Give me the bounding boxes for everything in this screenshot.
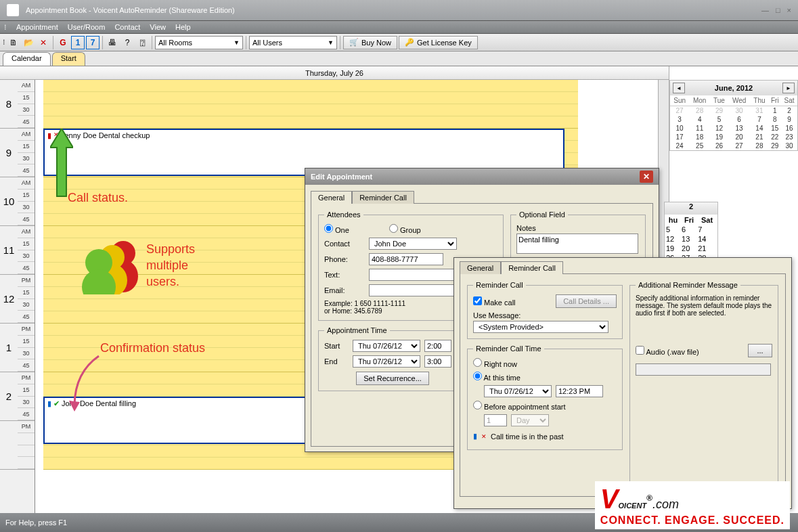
prev-month-button[interactable]: ◄: [673, 83, 685, 93]
window-titlebar: Appointment Book - Voicent AutoReminder …: [0, 0, 798, 20]
main-tabs: Calendar Start: [0, 51, 798, 66]
time-column: 8AM153045 9AM153045 10AM153045 11AM15304…: [0, 80, 35, 513]
help-icon[interactable]: ?: [120, 36, 134, 49]
rc-atthis-radio[interactable]: [473, 372, 482, 380]
end-date-select[interactable]: Thu 07/26/12: [353, 355, 420, 368]
rc-date-select[interactable]: Thu 07/26/12: [484, 385, 552, 397]
check-icon: ✔: [53, 399, 60, 408]
additional-msg-text: Specify additional information in remind…: [636, 294, 772, 317]
cart-icon: 🛒: [349, 38, 359, 47]
email-input[interactable]: [369, 284, 457, 296]
minimize-button[interactable]: —: [761, 6, 769, 14]
rc-before-unit: Day: [511, 414, 549, 426]
print-icon[interactable]: 🖶: [106, 36, 119, 49]
green-arrow-icon: [50, 129, 73, 203]
person-icon: ▮: [473, 432, 477, 441]
attendee-group-radio[interactable]: [389, 224, 398, 233]
make-call-checkbox[interactable]: [473, 296, 482, 305]
menu-user-room[interactable]: User/Room: [68, 23, 106, 31]
rc-before-num: [484, 414, 507, 426]
attendee-one-radio[interactable]: [324, 224, 333, 233]
mini-calendar-june[interactable]: ◄ June, 2012 ► SunMonTueWedThuFriSat 272…: [669, 80, 798, 151]
app-icon: [7, 4, 19, 16]
mini-calendar-july-partial[interactable]: 2 huFriSat 567 121314 192021 262728: [664, 202, 718, 264]
annotation-multiuser-3: users.: [146, 275, 179, 289]
users-dropdown[interactable]: All Users▼: [249, 36, 337, 49]
menu-help[interactable]: Help: [175, 23, 191, 31]
menubar: ⁝ Appointment User/Room Contact View Hel…: [0, 20, 798, 34]
close-button[interactable]: ×: [787, 6, 791, 14]
tab-general-2[interactable]: General: [460, 261, 501, 274]
get-license-button[interactable]: 🔑Get License Key: [399, 36, 478, 49]
reminder-call-panel: General Reminder Call Reminder Call Make…: [453, 257, 792, 509]
next-month-button[interactable]: ►: [782, 83, 795, 93]
contact-select[interactable]: John Doe: [369, 238, 457, 250]
person-icon: ▮: [47, 399, 51, 408]
end-time-input[interactable]: [424, 355, 451, 368]
set-recurrence-button[interactable]: Set Recurrence...: [356, 372, 429, 385]
svg-marker-7: [69, 401, 80, 412]
status-text: For Help, press F1: [5, 518, 67, 527]
rc-now-radio[interactable]: [473, 358, 482, 367]
tab-start[interactable]: Start: [52, 52, 85, 66]
mini-cal-title: June, 2012: [715, 84, 753, 92]
warning-text: Call time is in the past: [491, 433, 564, 441]
whatsthis-icon[interactable]: ⍰: [135, 36, 149, 49]
dialog-close-button[interactable]: ✕: [640, 171, 653, 183]
menu-view[interactable]: View: [150, 23, 166, 31]
audio-path-input: [636, 363, 771, 376]
phone-input[interactable]: [369, 253, 443, 265]
annotation-multiuser-2: multiple: [146, 259, 188, 273]
annotation-call-status: Call status.: [68, 191, 128, 205]
appointment-text: Jenny Doe Dental checkup: [61, 131, 150, 139]
new-icon[interactable]: 🗎: [7, 36, 20, 49]
message-select[interactable]: <System Provided>: [473, 321, 608, 333]
week-view-icon[interactable]: 7: [86, 36, 99, 49]
voicent-logo: VOICENT®.com CONNECT. ENGAGE. SUCCEED.: [595, 481, 790, 529]
people-icon: [80, 237, 141, 294]
delete-icon[interactable]: ✕: [37, 36, 50, 49]
call-details-button[interactable]: Call Details ...: [556, 294, 617, 308]
audio-checkbox[interactable]: [636, 346, 644, 355]
menu-contact[interactable]: Contact: [114, 23, 140, 31]
day-header: Thursday, July 26: [0, 66, 669, 80]
dialog-title: Edit Appointment: [311, 173, 372, 181]
menu-appointment[interactable]: Appointment: [16, 23, 58, 31]
tab-reminder-call[interactable]: Reminder Call: [352, 191, 414, 204]
toolbar: ⁝ 🗎 📂 ✕ G 1 7 🖶 ? ⍰ All Rooms▼ All Users…: [0, 34, 798, 51]
svg-marker-0: [50, 129, 73, 196]
annotation-confirmation: Confirmation status: [100, 341, 205, 355]
rc-time-input[interactable]: [556, 385, 603, 397]
open-icon[interactable]: 📂: [22, 36, 35, 49]
tab-reminder-call-2[interactable]: Reminder Call: [501, 261, 563, 274]
annotation-multiuser-1: Supports: [146, 242, 195, 257]
day-view-icon[interactable]: 1: [71, 36, 85, 49]
rooms-dropdown[interactable]: All Rooms▼: [155, 36, 243, 49]
key-icon: 🔑: [405, 38, 414, 47]
start-time-input[interactable]: [424, 340, 451, 352]
tab-general[interactable]: General: [311, 191, 352, 204]
browse-audio-button[interactable]: ...: [748, 344, 772, 357]
rc-before-radio[interactable]: [473, 401, 482, 409]
text-input[interactable]: [369, 269, 457, 281]
tab-calendar[interactable]: Calendar: [3, 52, 51, 66]
notes-textarea[interactable]: Dental filling: [516, 234, 638, 254]
buy-now-button[interactable]: 🛒Buy Now: [343, 36, 397, 49]
window-title: Appointment Book - Voicent AutoReminder …: [26, 6, 235, 14]
goto-today-icon[interactable]: G: [56, 36, 70, 49]
maximize-button[interactable]: □: [776, 6, 780, 14]
pink-arrow-icon: [65, 352, 106, 413]
x-icon: ✕: [481, 433, 487, 440]
start-date-select[interactable]: Thu 07/26/12: [353, 340, 420, 352]
